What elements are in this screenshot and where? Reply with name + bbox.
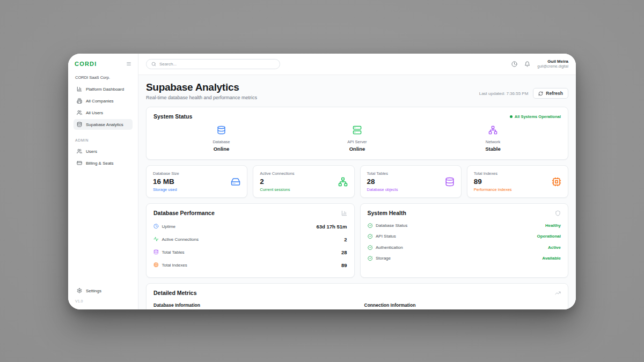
health-row-api-status: API Status Operational <box>368 231 561 242</box>
building-icon <box>77 98 82 104</box>
sidebar: CORDI CORDI SaaS Corp. Platform Dashboar… <box>68 54 138 309</box>
check-circle-icon <box>368 245 373 250</box>
page-title: Supabase Analytics <box>146 82 257 93</box>
search-input[interactable] <box>159 62 275 67</box>
bell-icon[interactable] <box>524 61 530 67</box>
refresh-icon <box>538 91 543 96</box>
database-information-column: Database Information Database Size: 16 M… <box>153 302 350 309</box>
status-item-api-server: API Server Online <box>289 125 425 152</box>
users-icon <box>77 110 82 115</box>
sidebar-item-label: Billing & Seats <box>86 161 114 166</box>
page-subtitle: Real-time database health and performanc… <box>146 95 257 100</box>
bar-chart-icon <box>77 86 82 92</box>
bar-chart-icon <box>341 210 347 216</box>
gear-icon <box>77 288 82 293</box>
database-icon <box>445 177 455 187</box>
stat-card-total-indexes: Total Indexes 89 Performance indexes <box>467 165 568 198</box>
connection-information-column: Connection Information Active Connection… <box>364 302 561 309</box>
sidebar-item-settings[interactable]: Settings <box>74 285 133 296</box>
sidebar-item-all-users[interactable]: All Users <box>74 107 133 118</box>
sidebar-item-label: Platform Dashboard <box>86 87 124 92</box>
search-box[interactable] <box>146 59 280 69</box>
app-window: CORDI CORDI SaaS Corp. Platform Dashboar… <box>68 54 576 309</box>
sidebar-item-platform-dashboard[interactable]: Platform Dashboard <box>74 84 133 94</box>
sidebar-item-label: Users <box>86 149 97 154</box>
org-label: CORDI SaaS Corp. <box>75 75 131 80</box>
metric-row-uptime: Uptime 63d 17h 51m <box>153 220 347 233</box>
status-dot-icon <box>510 115 513 118</box>
clock-icon <box>153 224 159 229</box>
server-icon <box>353 125 362 135</box>
system-health-card: System Health Database Status Healthy AP… <box>360 203 569 278</box>
metric-row-total-indexes: Total Indexes 89 <box>153 258 347 271</box>
credit-card-icon <box>77 160 82 166</box>
top-bar: Guil Meira guil@creme.digital <box>138 54 576 75</box>
sidebar-item-all-companies[interactable]: All Companies <box>74 95 133 106</box>
health-row-database-status: Database Status Healthy <box>368 220 561 231</box>
user-name: Guil Meira <box>537 59 568 64</box>
admin-section-label: ADMIN <box>75 138 131 142</box>
sidebar-item-label: All Users <box>86 110 103 115</box>
sidebar-item-label: All Companies <box>86 99 114 104</box>
last-updated-text: Last updated: 7:36:55 PM <box>479 91 529 96</box>
detailed-metrics-card: Detailed Metrics Database Information Da… <box>146 283 568 309</box>
content-area: Supabase Analytics Real-time database he… <box>138 75 576 309</box>
check-circle-icon <box>368 223 373 228</box>
stat-card-total-tables: Total Tables 28 Database objects <box>360 165 462 198</box>
cpu-icon <box>552 177 561 187</box>
sidebar-item-supabase-analytics[interactable]: Supabase Analytics <box>74 119 133 130</box>
database-performance-card: Database Performance Uptime 63d 17h 51m … <box>146 203 355 278</box>
database-icon <box>153 249 159 255</box>
check-circle-icon <box>368 234 373 239</box>
app-version: V1.0 <box>75 299 131 303</box>
sidebar-item-label: Supabase Analytics <box>86 122 123 127</box>
metric-row-active-connections: Active Connections 2 <box>153 233 347 246</box>
stat-card-active-connections: Active Connections 2 Current sessions <box>253 165 354 198</box>
user-email: guil@creme.digital <box>537 64 568 69</box>
system-status-card: System Status All Systems Operational Da… <box>146 107 568 160</box>
network-icon <box>338 177 348 187</box>
health-row-storage: Storage Available <box>368 253 561 264</box>
cpu-icon <box>153 262 159 268</box>
sidebar-item-billing-seats[interactable]: Billing & Seats <box>74 158 133 168</box>
status-badge: All Systems Operational <box>510 114 561 119</box>
status-item-network: Network Stable <box>425 125 561 152</box>
clock-icon[interactable] <box>511 61 517 67</box>
sidebar-item-users[interactable]: Users <box>74 146 133 157</box>
health-row-authentication: Authentication Active <box>368 242 561 253</box>
shield-icon <box>555 210 561 216</box>
stat-card-database-size: Database Size 16 MB Storage used <box>146 165 247 198</box>
database-icon <box>77 122 82 127</box>
sidebar-item-label: Settings <box>86 289 101 293</box>
status-item-database: Database Online <box>153 125 289 152</box>
database-icon <box>217 125 226 135</box>
hamburger-menu-icon[interactable] <box>126 61 131 67</box>
network-icon <box>488 125 497 135</box>
hard-drive-icon <box>231 177 240 187</box>
metric-row-total-tables: Total Tables 28 <box>153 246 347 258</box>
search-icon <box>151 62 156 67</box>
activity-icon <box>153 237 159 242</box>
user-menu[interactable]: Guil Meira guil@creme.digital <box>537 59 568 69</box>
users-icon <box>77 149 82 154</box>
trending-up-icon <box>555 290 561 296</box>
system-status-title: System Status <box>153 113 192 120</box>
check-circle-icon <box>368 256 373 261</box>
app-logo: CORDI <box>75 61 97 67</box>
refresh-button[interactable]: Refresh <box>533 88 568 99</box>
